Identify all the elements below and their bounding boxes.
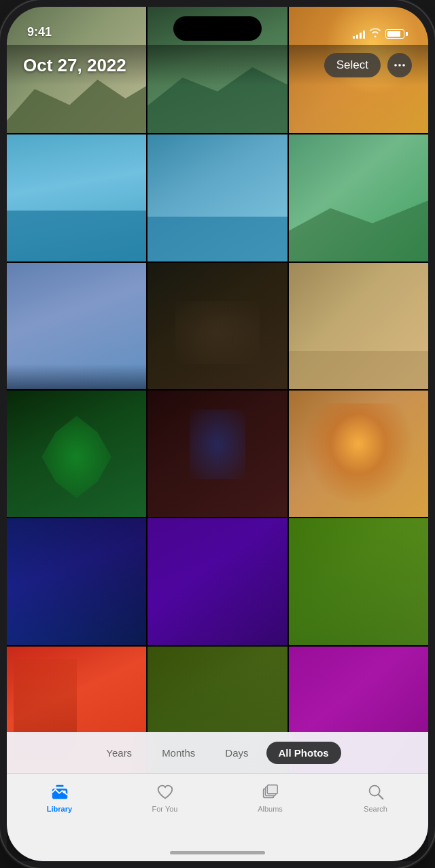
svg-point-0 bbox=[394, 64, 397, 67]
home-indicator bbox=[170, 851, 265, 854]
grid-date: Oct 27, 2022 bbox=[23, 55, 126, 76]
tab-foryou-label: For You bbox=[152, 805, 178, 813]
tab-albums[interactable]: Albums bbox=[243, 782, 298, 813]
more-button[interactable] bbox=[387, 53, 412, 77]
svg-point-4 bbox=[63, 791, 66, 794]
tab-search[interactable]: Search bbox=[349, 782, 403, 813]
photo-grid: Oct 27, 2022 Select bbox=[7, 7, 428, 773]
library-icon bbox=[50, 782, 70, 802]
svg-point-2 bbox=[402, 64, 405, 67]
photo-cell-4[interactable] bbox=[7, 134, 146, 261]
grid-header: Oct 27, 2022 Select bbox=[7, 45, 428, 86]
tab-albums-label: Albums bbox=[258, 805, 283, 813]
status-time: 9:41 bbox=[27, 25, 52, 39]
header-actions: Select bbox=[324, 53, 412, 77]
dynamic-island bbox=[173, 16, 262, 41]
filter-years[interactable]: Years bbox=[94, 742, 144, 764]
svg-rect-8 bbox=[267, 785, 277, 794]
filter-allphotos[interactable]: All Photos bbox=[266, 742, 341, 764]
tab-foryou[interactable]: For You bbox=[138, 782, 192, 813]
signal-icon bbox=[353, 29, 365, 39]
foryou-icon bbox=[155, 782, 175, 802]
view-filter-bar: Years Months Days All Photos bbox=[7, 732, 428, 773]
photo-cell-10[interactable] bbox=[7, 391, 146, 517]
phone-device: 9:41 bbox=[0, 0, 435, 868]
select-button[interactable]: Select bbox=[324, 53, 381, 77]
svg-point-1 bbox=[398, 64, 401, 67]
photo-cell-12[interactable] bbox=[289, 391, 428, 517]
svg-line-10 bbox=[378, 795, 383, 799]
photo-cell-5[interactable] bbox=[147, 134, 287, 261]
status-icons bbox=[353, 28, 408, 39]
filter-months[interactable]: Months bbox=[150, 742, 207, 764]
battery-icon bbox=[385, 29, 408, 39]
photo-cell-14[interactable] bbox=[147, 518, 287, 645]
phone-screen: 9:41 bbox=[7, 7, 428, 861]
albums-icon bbox=[260, 782, 281, 802]
photo-cell-11[interactable] bbox=[147, 391, 287, 517]
tab-library-label: Library bbox=[47, 805, 72, 813]
photo-cell-9[interactable] bbox=[289, 263, 428, 389]
tab-search-label: Search bbox=[364, 805, 387, 813]
photo-cell-15[interactable] bbox=[289, 518, 428, 645]
photos-container bbox=[7, 7, 428, 773]
photo-cell-13[interactable] bbox=[7, 518, 146, 645]
tab-bar: Library For You Albums bbox=[7, 773, 428, 861]
search-icon bbox=[366, 782, 386, 802]
wifi-icon bbox=[369, 28, 381, 39]
photo-cell-7[interactable] bbox=[7, 263, 146, 389]
filter-days[interactable]: Days bbox=[213, 742, 260, 764]
tab-library[interactable]: Library bbox=[33, 782, 87, 813]
photo-cell-6[interactable] bbox=[289, 134, 428, 261]
svg-rect-5 bbox=[56, 785, 63, 787]
photo-cell-8[interactable] bbox=[147, 263, 287, 389]
